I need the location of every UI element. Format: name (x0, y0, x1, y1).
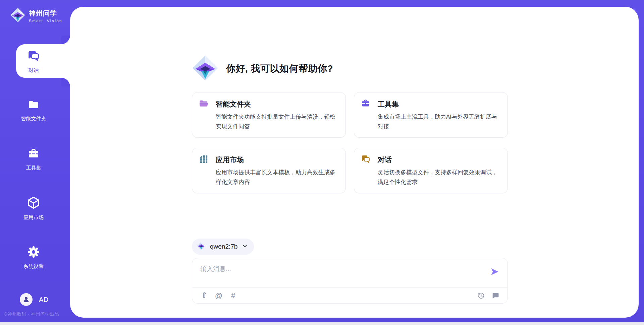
folder-icon (28, 99, 39, 112)
sidebar-item-toolset[interactable]: 工具集 (0, 148, 67, 171)
briefcase-icon (361, 99, 370, 110)
shortcut-cards: 智能文件夹 智能文件夹功能支持批量文件上传与清洗，轻松实现文件问答 工具集 (192, 92, 508, 193)
mention-at-icon[interactable]: @ (215, 292, 223, 300)
folder-open-icon (199, 99, 208, 110)
user-account[interactable]: AD (20, 293, 49, 306)
history-clock-icon[interactable] (477, 292, 485, 300)
brand: 神州问学 Smart Vision (10, 7, 62, 24)
card-toolset[interactable]: 工具集 集成市场上主流工具，助力AI与外界无缝扩展与对接 (354, 92, 508, 138)
sidebar-item-chat[interactable]: 对话 (0, 44, 70, 78)
card-app-market[interactable]: 应用市场 应用市场提供丰富长文本模板，助力高效生成多样化文章内容 (192, 148, 346, 193)
sidebar-item-label: 智能文件夹 (21, 116, 46, 122)
greeting-text: 你好, 我可以如何帮助你? (226, 62, 333, 75)
gear-icon (27, 246, 40, 260)
card-description: 灵活切换多模型文件，支持多样回复效果调试，满足个性化需求 (378, 168, 501, 187)
avatar (20, 293, 33, 306)
conversation-bubble-icon[interactable] (491, 292, 499, 300)
model-name: qwen2:7b (210, 243, 237, 250)
sidebar-item-app-market[interactable]: 应用市场 (0, 196, 67, 221)
card-title: 智能文件夹 (216, 100, 251, 109)
topic-hash-icon[interactable]: # (229, 292, 237, 300)
model-diamond-logo-icon (197, 242, 206, 252)
card-description: 智能文件夹功能支持批量文件上传与清洗，轻松实现文件问答 (216, 112, 339, 131)
sidebar-item-label: 应用市场 (23, 214, 44, 221)
cube-icon (27, 196, 40, 211)
sidebar: 神州问学 Smart Vision 对话 智能文件夹 (0, 0, 70, 325)
model-selector[interactable]: qwen2:7b (192, 239, 254, 255)
card-title: 对话 (378, 155, 392, 165)
card-smart-folder[interactable]: 智能文件夹 智能文件夹功能支持批量文件上传与清洗，轻松实现文件问答 (192, 92, 346, 138)
card-description: 应用市场提供丰富长文本模板，助力高效生成多样化文章内容 (216, 168, 339, 187)
chat-bubbles-icon (27, 50, 40, 64)
greeting-diamond-logo-icon (192, 55, 219, 83)
sidebar-item-smart-folder[interactable]: 智能文件夹 (0, 99, 67, 122)
card-chat[interactable]: 对话 灵活切换多模型文件，支持多样回复效果调试，满足个性化需求 (354, 148, 508, 193)
toolbox-icon (28, 148, 40, 161)
sidebar-item-label: 系统设置 (23, 263, 44, 270)
send-icon[interactable] (490, 267, 499, 276)
brand-subtitle: Smart Vision (29, 19, 62, 23)
chat-bubbles-icon (361, 154, 370, 165)
copyright-footer: ©神州数码 · 神州问学出品 (4, 311, 59, 317)
card-title: 工具集 (378, 100, 399, 109)
window-bottom-edge (0, 322, 644, 325)
greeting: 你好, 我可以如何帮助你? (192, 55, 333, 83)
main-panel: 你好, 我可以如何帮助你? 智能文件夹 智能文件夹功能支持批量文件上传与清洗，轻… (70, 7, 639, 318)
attachment-paperclip-icon[interactable] (200, 292, 208, 300)
user-name: AD (39, 296, 49, 304)
sidebar-item-settings[interactable]: 系统设置 (0, 246, 67, 270)
card-description: 集成市场上主流工具，助力AI与外界无缝扩展与对接 (378, 112, 501, 131)
message-input[interactable] (200, 262, 484, 276)
card-title: 应用市场 (216, 155, 244, 165)
message-composer: @ # (192, 258, 508, 304)
brand-diamond-logo-icon (10, 7, 25, 24)
chevron-down-icon[interactable] (242, 243, 248, 250)
sidebar-item-label: 工具集 (26, 165, 41, 171)
sidebar-item-label: 对话 (28, 67, 39, 74)
grid-icon (199, 154, 208, 165)
brand-name: 神州问学 (29, 9, 62, 18)
